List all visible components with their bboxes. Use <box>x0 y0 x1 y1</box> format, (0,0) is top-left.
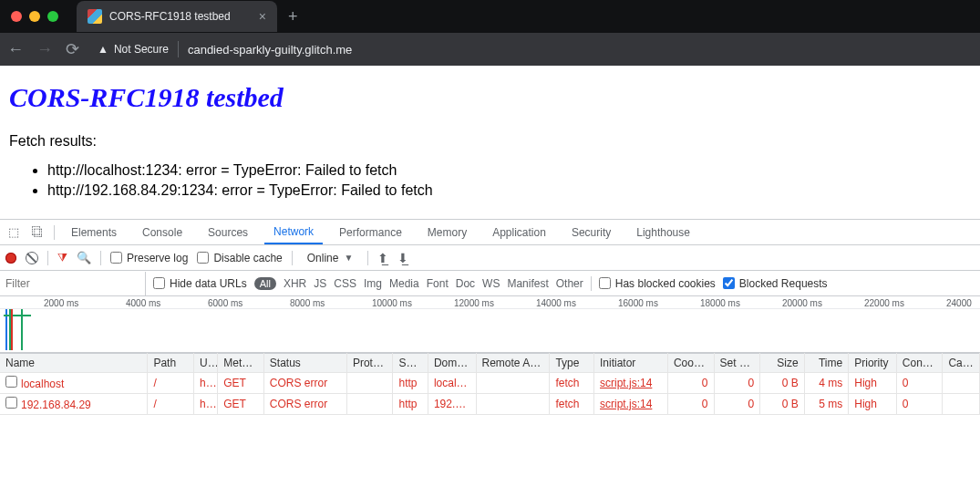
forward-button[interactable]: → <box>36 41 53 57</box>
tick: 22000 ms <box>864 298 946 308</box>
url-bar[interactable]: ▲ Not Secure candied-sparkly-guilty.glit… <box>92 41 357 57</box>
filter-doc[interactable]: Doc <box>456 277 475 290</box>
col-method[interactable]: Meth… <box>218 354 264 373</box>
cell-type: fetch <box>550 394 594 415</box>
blocked-requests-checkbox[interactable]: Blocked Requests <box>723 277 828 290</box>
tab-lighthouse[interactable]: Lighthouse <box>627 220 699 244</box>
throttling-dropdown[interactable]: Online ▼ <box>302 250 359 266</box>
chevron-down-icon: ▼ <box>344 253 353 263</box>
separator <box>292 251 293 265</box>
tick: 14000 ms <box>536 298 618 308</box>
record-button[interactable] <box>5 253 16 264</box>
timeline-body <box>0 308 980 350</box>
maximize-window-button[interactable] <box>47 11 58 22</box>
col-priority[interactable]: Priority <box>849 354 897 373</box>
result-item: http://192.168.84.29:1234: error = TypeE… <box>47 182 971 199</box>
upload-har-icon[interactable]: ⬆̲ <box>377 251 388 265</box>
tab-network[interactable]: Network <box>264 220 323 244</box>
separator <box>367 251 368 265</box>
filter-ws[interactable]: WS <box>482 277 500 290</box>
filter-img[interactable]: Img <box>364 277 382 290</box>
device-toolbar-icon[interactable]: ⿻ <box>29 225 46 239</box>
tab-application[interactable]: Application <box>483 220 555 244</box>
separator <box>178 41 179 57</box>
table-row[interactable]: localhost/h…GETCORS errorhttplocal…fetch… <box>0 373 980 394</box>
filter-icon[interactable]: ⧩ <box>57 251 67 265</box>
table-row[interactable]: 192.168.84.29/h…GETCORS errorhttp192.…fe… <box>0 394 980 415</box>
col-time[interactable]: Time <box>804 354 849 373</box>
new-tab-button[interactable]: + <box>277 7 309 26</box>
results-list: http://localhost:1234: error = TypeError… <box>9 162 971 199</box>
separator <box>54 225 55 240</box>
hide-data-urls-label: Hide data URLs <box>170 277 247 290</box>
reload-button[interactable]: ⟳ <box>66 41 79 57</box>
download-har-icon[interactable]: ⬇̲ <box>397 251 408 265</box>
filter-input[interactable] <box>0 272 146 295</box>
tab-security[interactable]: Security <box>562 220 620 244</box>
row-checkbox[interactable] <box>5 376 17 388</box>
filter-all[interactable]: All <box>254 277 276 290</box>
filter-other[interactable]: Other <box>556 277 583 290</box>
filter-css[interactable]: CSS <box>334 277 356 290</box>
clear-button[interactable] <box>26 252 38 264</box>
col-scheme[interactable]: Sc… <box>393 354 428 373</box>
col-cache[interactable]: Cac… <box>943 354 980 373</box>
cell-url: h… <box>193 394 217 415</box>
row-checkbox[interactable] <box>5 397 17 409</box>
col-path[interactable]: Path <box>148 354 194 373</box>
col-conn[interactable]: Conn… <box>896 354 943 373</box>
search-icon[interactable]: 🔍 <box>77 251 91 264</box>
col-size[interactable]: Size <box>760 354 805 373</box>
tab-performance[interactable]: Performance <box>330 220 411 244</box>
browser-tab[interactable]: CORS-RFC1918 testbed × <box>77 1 277 32</box>
tab-elements[interactable]: Elements <box>62 220 126 244</box>
network-timeline[interactable]: 2000 ms 4000 ms 6000 ms 8000 ms 10000 ms… <box>0 296 980 353</box>
close-window-button[interactable] <box>11 11 22 22</box>
col-type[interactable]: Type <box>550 354 594 373</box>
preserve-log-checkbox[interactable]: Preserve log <box>110 252 188 264</box>
separator <box>591 276 592 291</box>
filter-js[interactable]: JS <box>314 277 326 290</box>
col-name[interactable]: Name <box>0 354 148 373</box>
devtools-panel: ⬚ ⿻ Elements Console Sources Network Per… <box>0 219 980 415</box>
initiator-link[interactable]: script.js:14 <box>600 398 652 410</box>
filter-font[interactable]: Font <box>427 277 449 290</box>
inspect-icon[interactable]: ⬚ <box>5 225 22 239</box>
cell-domain: 192.… <box>428 394 476 415</box>
result-item: http://localhost:1234: error = TypeError… <box>47 162 971 179</box>
has-blocked-cookies-label: Has blocked cookies <box>615 277 716 290</box>
cell-priority: High <box>849 394 897 415</box>
tab-memory[interactable]: Memory <box>418 220 476 244</box>
minimize-window-button[interactable] <box>29 11 40 22</box>
filter-xhr[interactable]: XHR <box>284 277 306 290</box>
blocked-requests-label: Blocked Requests <box>739 277 828 290</box>
cell-size: 0 B <box>760 394 805 415</box>
initiator-link[interactable]: script.js:14 <box>600 377 652 389</box>
filter-manifest[interactable]: Manifest <box>507 277 548 290</box>
col-remote[interactable]: Remote Ad… <box>476 354 550 373</box>
col-protocol[interactable]: Proto… <box>346 354 393 373</box>
col-url[interactable]: U… <box>193 354 217 373</box>
separator <box>47 251 48 265</box>
hide-data-urls-checkbox[interactable]: Hide data URLs <box>153 277 247 290</box>
col-initiator[interactable]: Initiator <box>594 354 668 373</box>
col-domain[interactable]: Dom… <box>428 354 476 373</box>
col-setcookies[interactable]: Set C… <box>714 354 760 373</box>
address-bar: ← → ⟳ ▲ Not Secure candied-sparkly-guilt… <box>0 33 980 66</box>
has-blocked-cookies-checkbox[interactable]: Has blocked cookies <box>599 277 716 290</box>
cell-remote <box>476 394 550 415</box>
cell-domain: local… <box>428 373 476 394</box>
tab-console[interactable]: Console <box>133 220 191 244</box>
cell-path: / <box>148 394 194 415</box>
tab-sources[interactable]: Sources <box>199 220 257 244</box>
disable-cache-checkbox[interactable]: Disable cache <box>197 252 282 264</box>
disable-cache-label: Disable cache <box>213 252 282 264</box>
cell-setcookies: 0 <box>714 394 760 415</box>
close-tab-icon[interactable]: × <box>259 9 266 24</box>
cell-initiator: script.js:14 <box>594 394 668 415</box>
col-cookies[interactable]: Cook… <box>667 354 714 373</box>
col-status[interactable]: Status <box>263 354 346 373</box>
filter-media[interactable]: Media <box>389 277 419 290</box>
back-button[interactable]: ← <box>7 41 24 57</box>
security-indicator[interactable]: ▲ Not Secure <box>98 43 169 56</box>
